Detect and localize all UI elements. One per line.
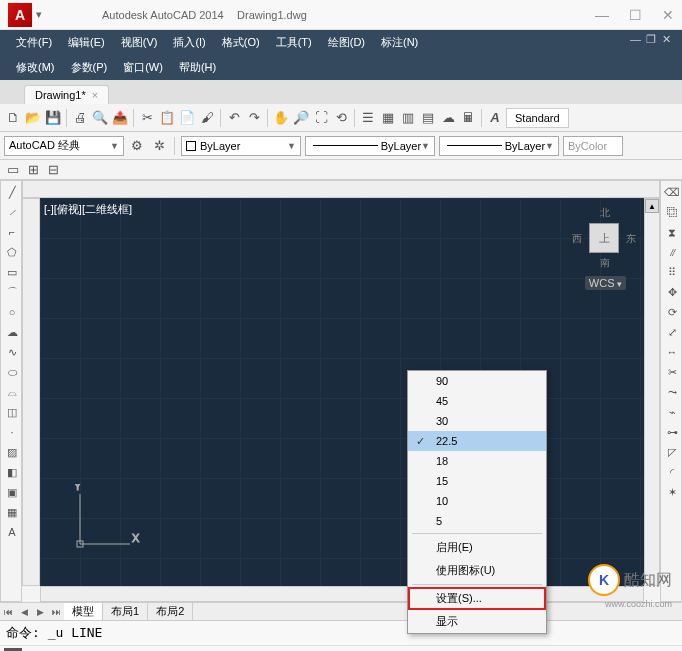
file-tab[interactable]: Drawing1* × xyxy=(24,85,109,104)
preview-icon[interactable]: 🔍 xyxy=(91,109,109,127)
menu-modify[interactable]: 修改(M) xyxy=(8,58,63,77)
viewcube-north[interactable]: 北 xyxy=(600,206,610,220)
arc-icon[interactable]: ⌒ xyxy=(3,283,21,301)
drawing-canvas[interactable]: [-][俯视][二维线框] 北 南 东 西 上 WCS ▾ Y X xyxy=(40,198,644,586)
spline-icon[interactable]: ∿ xyxy=(3,343,21,361)
cm-angle-15[interactable]: 15 xyxy=(408,471,546,491)
cm-display[interactable]: 显示 xyxy=(408,610,546,633)
toolpalette-icon[interactable]: ▥ xyxy=(399,109,417,127)
layout-tab-model[interactable]: 模型 xyxy=(64,603,103,620)
menu-dimension[interactable]: 标注(N) xyxy=(373,33,426,52)
open-icon[interactable]: 📂 xyxy=(24,109,42,127)
doc-minimize-icon[interactable]: — xyxy=(630,33,642,45)
maximize-button[interactable]: ☐ xyxy=(629,7,642,23)
mirror-icon[interactable]: ⧗ xyxy=(663,223,681,241)
publish-icon[interactable]: 📤 xyxy=(111,109,129,127)
cm-use-icon[interactable]: 使用图标(U) xyxy=(408,559,546,582)
point-icon[interactable]: · xyxy=(3,423,21,441)
menu-insert[interactable]: 插入(I) xyxy=(165,33,213,52)
redo-icon[interactable]: ↷ xyxy=(245,109,263,127)
cm-angle-5[interactable]: 5 xyxy=(408,511,546,531)
viewport-join-icon[interactable]: ⊟ xyxy=(44,161,62,179)
cm-angle-90[interactable]: 90 xyxy=(408,371,546,391)
join-icon[interactable]: ⊶ xyxy=(663,423,681,441)
sheetset-icon[interactable]: ▤ xyxy=(419,109,437,127)
new-icon[interactable]: 🗋 xyxy=(4,109,22,127)
calc-icon[interactable]: 🖩 xyxy=(459,109,477,127)
layout-next-icon[interactable]: ▶ xyxy=(32,604,48,620)
viewcube-east[interactable]: 东 xyxy=(626,232,636,246)
qat-dropdown-icon[interactable]: ▾ xyxy=(36,8,42,21)
offset-icon[interactable]: ⫽ xyxy=(663,243,681,261)
scale-icon[interactable]: ⤢ xyxy=(663,323,681,341)
copy-icon[interactable]: 📋 xyxy=(158,109,176,127)
save-icon[interactable]: 💾 xyxy=(44,109,62,127)
lineweight-combo[interactable]: ByLayer ▼ xyxy=(439,136,559,156)
layout-tab-layout2[interactable]: 布局2 xyxy=(148,603,193,620)
undo-icon[interactable]: ↶ xyxy=(225,109,243,127)
block-icon[interactable]: ◫ xyxy=(3,403,21,421)
cm-settings[interactable]: 设置(S)... xyxy=(408,587,546,610)
workspace-settings-icon[interactable]: ✲ xyxy=(150,137,168,155)
viewcube[interactable]: 北 南 东 西 上 xyxy=(574,208,634,268)
trim-icon[interactable]: ✂ xyxy=(663,363,681,381)
cut-icon[interactable]: ✂ xyxy=(138,109,156,127)
ellipsearc-icon[interactable]: ⌓ xyxy=(3,383,21,401)
break-icon[interactable]: ⌁ xyxy=(663,403,681,421)
table-icon[interactable]: ▦ xyxy=(3,503,21,521)
ellipse-icon[interactable]: ⬭ xyxy=(3,363,21,381)
hatch-icon[interactable]: ▨ xyxy=(3,443,21,461)
circle-icon[interactable]: ○ xyxy=(3,303,21,321)
textstyle-combo[interactable]: Standard xyxy=(506,108,569,128)
menu-edit[interactable]: 编辑(E) xyxy=(60,33,113,52)
pan-icon[interactable]: ✋ xyxy=(272,109,290,127)
plotstyle-combo[interactable]: ByColor xyxy=(563,136,623,156)
array-icon[interactable]: ⠿ xyxy=(663,263,681,281)
erase-icon[interactable]: ⌫ xyxy=(663,183,681,201)
cm-angle-30[interactable]: 30 xyxy=(408,411,546,431)
menu-window[interactable]: 窗口(W) xyxy=(115,58,171,77)
viewcube-south[interactable]: 南 xyxy=(600,256,610,270)
viewport-multi-icon[interactable]: ⊞ xyxy=(24,161,42,179)
polyline-icon[interactable]: ⌐ xyxy=(3,223,21,241)
extend-icon[interactable]: ⤳ xyxy=(663,383,681,401)
zoom-prev-icon[interactable]: ⟲ xyxy=(332,109,350,127)
layout-tab-layout1[interactable]: 布局1 xyxy=(103,603,148,620)
paste-icon[interactable]: 📄 xyxy=(178,109,196,127)
line-icon[interactable]: ╱ xyxy=(3,183,21,201)
close-button[interactable]: ✕ xyxy=(662,7,674,23)
cm-angle-18[interactable]: 18 xyxy=(408,451,546,471)
layout-last-icon[interactable]: ⏭ xyxy=(48,604,64,620)
print-icon[interactable]: 🖨 xyxy=(71,109,89,127)
cm-enable[interactable]: 启用(E) xyxy=(408,536,546,559)
menu-parametric[interactable]: 参数(P) xyxy=(63,58,116,77)
text-icon[interactable]: A xyxy=(3,523,21,541)
viewcube-top[interactable]: 上 xyxy=(589,223,619,253)
zoom-window-icon[interactable]: ⛶ xyxy=(312,109,330,127)
menu-help[interactable]: 帮助(H) xyxy=(171,58,224,77)
rotate-icon[interactable]: ⟳ xyxy=(663,303,681,321)
fillet-icon[interactable]: ◜ xyxy=(663,463,681,481)
textstyle-icon[interactable]: A xyxy=(486,109,504,127)
gradient-icon[interactable]: ◧ xyxy=(3,463,21,481)
region-icon[interactable]: ▣ xyxy=(3,483,21,501)
workspace-gear-icon[interactable]: ⚙ xyxy=(128,137,146,155)
chamfer-icon[interactable]: ◸ xyxy=(663,443,681,461)
layer-color-combo[interactable]: ByLayer ▼ xyxy=(181,136,301,156)
polygon-icon[interactable]: ⬠ xyxy=(3,243,21,261)
markup-icon[interactable]: ☁ xyxy=(439,109,457,127)
doc-close-icon[interactable]: ✕ xyxy=(662,33,674,45)
cm-angle-10[interactable]: 10 xyxy=(408,491,546,511)
viewcube-west[interactable]: 西 xyxy=(572,232,582,246)
doc-restore-icon[interactable]: ❐ xyxy=(646,33,658,45)
scrollbar-horizontal[interactable] xyxy=(40,586,644,602)
cm-angle-45[interactable]: 45 xyxy=(408,391,546,411)
menu-file[interactable]: 文件(F) xyxy=(8,33,60,52)
command-input-row[interactable]: ▸_ ▾ 键入命令 xyxy=(0,646,682,651)
rectangle-icon[interactable]: ▭ xyxy=(3,263,21,281)
layout-first-icon[interactable]: ⏮ xyxy=(0,604,16,620)
properties-icon[interactable]: ☰ xyxy=(359,109,377,127)
viewport-label[interactable]: [-][俯视][二维线框] xyxy=(44,202,132,217)
menu-draw[interactable]: 绘图(D) xyxy=(320,33,373,52)
zoom-realtime-icon[interactable]: 🔎 xyxy=(292,109,310,127)
